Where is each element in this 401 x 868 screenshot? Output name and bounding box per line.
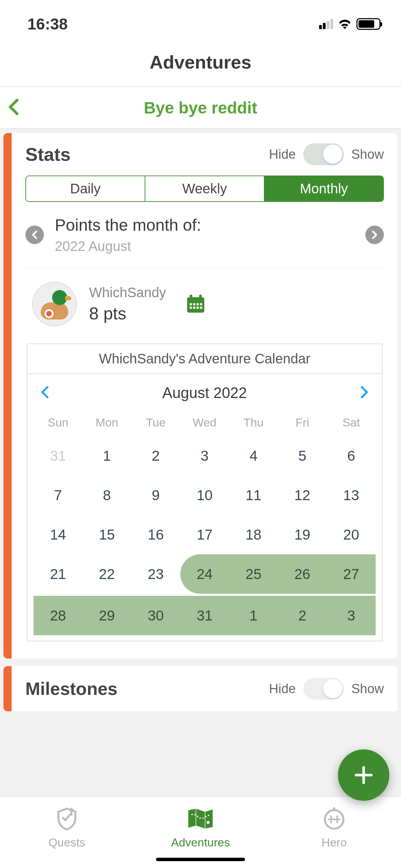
prev-month-button[interactable] xyxy=(25,226,44,244)
avatar xyxy=(32,282,77,326)
map-icon xyxy=(187,805,214,832)
calendar-day[interactable]: 1 xyxy=(83,436,132,475)
user-points-row: WhichSandy 8 pts xyxy=(32,282,384,326)
stats-title: Stats xyxy=(25,144,71,165)
calendar-day[interactable]: 14 xyxy=(34,515,83,554)
milestones-title: Milestones xyxy=(25,678,118,699)
calendar-week-row: 28293031123 xyxy=(34,596,376,635)
calendar-day[interactable]: 2 xyxy=(278,596,327,635)
status-time: 16:38 xyxy=(27,15,68,33)
calendar-day[interactable]: 26 xyxy=(278,554,327,594)
show-label: Show xyxy=(351,682,384,696)
calendar-day[interactable]: 16 xyxy=(131,515,180,554)
tab-adventures[interactable]: Adventures xyxy=(134,805,267,849)
calendar-day[interactable]: 2 xyxy=(131,436,180,475)
calendar-day[interactable]: 31 xyxy=(34,436,83,475)
stats-card: Stats Hide Show Daily Weekly Monthly Poi… xyxy=(3,133,398,659)
content-area: Stats Hide Show Daily Weekly Monthly Poi… xyxy=(0,129,401,839)
stats-visibility-toggle[interactable] xyxy=(303,143,344,165)
calendar-day[interactable]: 17 xyxy=(180,515,229,554)
calendar-day[interactable]: 5 xyxy=(278,436,327,475)
points-month-title: Points the month of: xyxy=(55,216,359,234)
tab-bar: Quests Adventures Hero xyxy=(0,796,401,868)
calendar-day[interactable]: 24 xyxy=(180,554,229,594)
calendar-day[interactable]: 3 xyxy=(327,596,376,635)
page-title: Adventures xyxy=(0,48,401,86)
segment-weekly[interactable]: Weekly xyxy=(145,176,265,201)
calendar-day[interactable]: 20 xyxy=(327,515,376,554)
svg-rect-7 xyxy=(190,307,192,309)
calendar-day-header: Mon xyxy=(83,416,132,429)
show-label: Show xyxy=(351,147,384,162)
segment-daily[interactable]: Daily xyxy=(26,176,145,201)
calendar-title: WhichSandy's Adventure Calendar xyxy=(27,344,382,374)
add-button[interactable] xyxy=(338,749,389,801)
calendar-day[interactable]: 8 xyxy=(83,475,132,515)
calendar-day-header: Thu xyxy=(229,416,278,429)
calendar-day[interactable]: 11 xyxy=(229,475,278,515)
segment-monthly[interactable]: Monthly xyxy=(265,176,383,201)
svg-rect-5 xyxy=(196,303,198,305)
milestones-visibility-toggle[interactable] xyxy=(303,678,344,700)
calendar-day[interactable]: 1 xyxy=(229,596,278,635)
calendar-next-button[interactable] xyxy=(360,386,369,400)
svg-rect-10 xyxy=(200,307,202,309)
calendar-day[interactable]: 22 xyxy=(83,554,132,594)
calendar-day[interactable]: 6 xyxy=(327,436,376,475)
calendar-day-header: Sat xyxy=(327,416,376,429)
sub-header: Bye bye reddit xyxy=(0,87,401,129)
calendar-day[interactable]: 30 xyxy=(131,596,180,635)
calendar-day[interactable]: 10 xyxy=(180,475,229,515)
month-navigator: Points the month of: 2022 August xyxy=(25,216,384,268)
svg-point-13 xyxy=(207,821,210,824)
hide-label: Hide xyxy=(269,147,296,162)
calendar-week-row: 14151617181920 xyxy=(34,515,376,554)
svg-rect-3 xyxy=(190,303,192,305)
calendar-day[interactable]: 7 xyxy=(34,475,83,515)
battery-icon xyxy=(356,18,380,30)
calendar-week-row: 31123456 xyxy=(34,436,376,475)
calendar-day-header: Tue xyxy=(131,416,180,429)
calendar-day[interactable]: 28 xyxy=(34,596,83,635)
calendar-prev-button[interactable] xyxy=(40,386,49,400)
calendar-day-header: Sun xyxy=(34,416,83,429)
calendar-day[interactable]: 13 xyxy=(327,475,376,515)
calendar-day[interactable]: 27 xyxy=(327,554,376,594)
month-label: 2022 August xyxy=(55,239,359,254)
calendar-week-row: 21222324252627 xyxy=(34,554,376,594)
user-name: WhichSandy xyxy=(89,285,166,300)
calendar-day[interactable]: 21 xyxy=(34,554,83,594)
next-month-button[interactable] xyxy=(365,226,384,244)
calendar-day[interactable]: 19 xyxy=(278,515,327,554)
calendar-day[interactable]: 25 xyxy=(229,554,278,594)
tab-quests[interactable]: Quests xyxy=(1,805,133,849)
wifi-icon xyxy=(338,19,352,29)
hide-label: Hide xyxy=(269,682,296,696)
milestones-card: Milestones Hide Show xyxy=(3,666,398,711)
calendar-day[interactable]: 31 xyxy=(180,596,229,635)
calendar-day-header: Fri xyxy=(278,416,327,429)
svg-rect-8 xyxy=(193,307,195,309)
calendar-day[interactable]: 9 xyxy=(131,475,180,515)
time-range-segment: Daily Weekly Monthly xyxy=(25,176,384,202)
calendar-day[interactable]: 23 xyxy=(131,554,180,594)
helmet-icon xyxy=(322,805,347,832)
tab-label: Quests xyxy=(48,836,85,849)
calendar-day-header: Wed xyxy=(180,416,229,429)
calendar-day[interactable]: 15 xyxy=(83,515,132,554)
user-points: 8 pts xyxy=(89,304,166,324)
status-icons xyxy=(319,18,380,30)
adventure-calendar: WhichSandy's Adventure Calendar August 2… xyxy=(27,343,382,641)
adventure-name: Bye bye reddit xyxy=(27,98,401,117)
back-button[interactable] xyxy=(0,99,27,117)
calendar-day[interactable]: 18 xyxy=(229,515,278,554)
calendar-day[interactable]: 3 xyxy=(180,436,229,475)
calendar-day[interactable]: 4 xyxy=(229,436,278,475)
calendar-day[interactable]: 29 xyxy=(83,596,132,635)
calendar-week-row: 78910111213 xyxy=(34,475,376,515)
cellular-signal-icon xyxy=(319,19,333,29)
shield-icon xyxy=(54,805,79,832)
tab-hero[interactable]: Hero xyxy=(268,805,400,849)
calendar-day[interactable]: 12 xyxy=(278,475,327,515)
calendar-icon[interactable] xyxy=(185,294,206,314)
